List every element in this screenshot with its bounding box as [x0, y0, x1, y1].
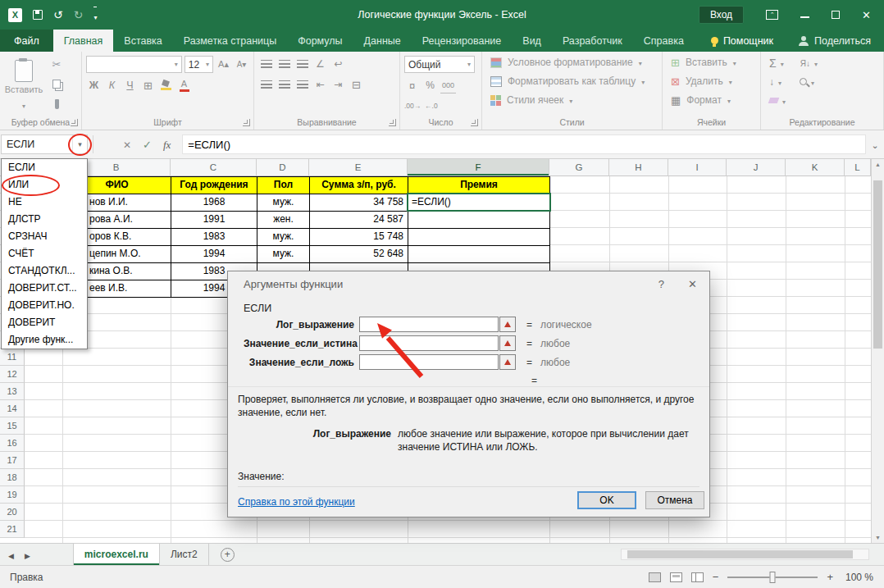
function-list-item[interactable]: ДОВЕРИТ.СТ... — [2, 280, 87, 297]
column-header[interactable]: J — [727, 159, 786, 176]
decrease-decimal-icon[interactable] — [423, 98, 439, 114]
row-header[interactable]: 13 — [0, 383, 25, 400]
currency-format-icon[interactable] — [404, 77, 420, 93]
scroll-down-icon[interactable] — [872, 535, 884, 540]
cell-year[interactable]: 1994 — [171, 246, 257, 263]
ribbon-tab[interactable]: Разработчик — [552, 30, 633, 52]
table-header-cell[interactable]: Год рождения — [171, 177, 257, 194]
function-list-item[interactable]: СРЗНАЧ — [2, 228, 87, 245]
page-layout-view-icon[interactable] — [670, 572, 682, 582]
borders-icon[interactable] — [144, 80, 153, 92]
row-header[interactable]: 16 — [0, 435, 25, 452]
ribbon-tab[interactable]: Главная — [53, 30, 114, 52]
delete-cells-button[interactable]: Удалить — [671, 73, 760, 89]
save-icon[interactable] — [33, 10, 43, 20]
format-cells-button[interactable]: Формат — [671, 92, 760, 108]
merge-center-icon[interactable] — [349, 76, 364, 93]
cell-bonus[interactable] — [408, 246, 550, 263]
decrease-font-size-icon[interactable] — [234, 57, 249, 73]
dialog-launcher-icon[interactable] — [243, 119, 250, 126]
normal-view-icon[interactable] — [649, 572, 661, 582]
fill-icon[interactable] — [769, 76, 774, 88]
orientation-icon[interactable] — [312, 56, 328, 72]
cell-salary[interactable]: 34 758 — [310, 194, 408, 212]
function-list-item[interactable]: ДОВЕРИТ — [2, 314, 87, 331]
dialog-title-bar[interactable]: Аргументы функции — [228, 271, 709, 296]
scroll-up-icon[interactable] — [872, 162, 884, 167]
horizontal-scrollbar-thumb[interactable] — [627, 550, 853, 558]
ribbon-tab[interactable]: Разметка страницы — [173, 30, 287, 52]
font-name-select[interactable] — [86, 56, 182, 73]
redo-icon[interactable] — [74, 7, 84, 22]
row-header[interactable]: 14 — [0, 400, 25, 417]
function-list-item[interactable]: ДОВЕРИТ.НО. — [2, 297, 87, 314]
cell-bonus[interactable]: =ЕСЛИ() — [408, 194, 550, 212]
maximize-icon[interactable] — [832, 11, 840, 19]
align-bottom-icon[interactable] — [297, 60, 308, 68]
row-header[interactable]: 18 — [0, 469, 25, 486]
close-icon[interactable] — [862, 7, 871, 22]
increase-decimal-icon[interactable] — [404, 98, 421, 114]
cell-sex[interactable]: муж. — [257, 229, 310, 246]
align-left-icon[interactable] — [261, 80, 272, 89]
cell-salary[interactable]: 52 648 — [310, 246, 408, 263]
assistant-button[interactable]: Помощник — [711, 30, 773, 52]
cell-sex[interactable]: муж. — [257, 194, 310, 212]
collapse-dialog-icon[interactable] — [499, 317, 516, 332]
row-header[interactable]: 12 — [0, 366, 25, 383]
cell-bonus[interactable] — [408, 229, 550, 246]
sheet-tab-active[interactable]: microexcel.ru — [73, 544, 160, 565]
format-as-table-button[interactable]: Форматировать как таблицу — [490, 73, 662, 89]
table-header-cell[interactable]: Сумма з/п, руб. — [310, 177, 408, 194]
decrease-indent-icon[interactable] — [312, 76, 328, 93]
underline-button[interactable]: Ч — [122, 77, 138, 93]
function-list-item[interactable]: Другие функ... — [2, 331, 87, 349]
clear-icon[interactable] — [768, 98, 780, 103]
ribbon-display-options-icon[interactable] — [766, 10, 778, 20]
column-header[interactable]: H — [609, 159, 668, 176]
function-list-item[interactable]: СЧЁТ — [2, 245, 87, 262]
row-header[interactable]: 17 — [0, 452, 25, 469]
cell-salary[interactable]: 24 587 — [310, 212, 408, 229]
customize-qat-icon[interactable] — [93, 7, 97, 23]
enter-icon[interactable] — [143, 137, 152, 152]
align-right-icon[interactable] — [297, 80, 308, 89]
dialog-launcher-icon[interactable] — [471, 119, 478, 126]
sort-filter-icon[interactable] — [800, 57, 810, 69]
previous-sheet-icon[interactable] — [8, 547, 14, 562]
column-header[interactable]: G — [549, 159, 609, 176]
ribbon-tab[interactable]: Справка — [633, 30, 695, 52]
dialog-launcher-icon[interactable] — [71, 119, 78, 126]
table-header-cell[interactable]: Пол — [257, 177, 310, 194]
format-painter-icon[interactable] — [55, 99, 59, 109]
sign-in-button[interactable]: Вход — [699, 6, 744, 24]
fill-color-icon[interactable] — [161, 80, 171, 90]
column-header[interactable]: L — [845, 159, 871, 176]
zoom-out-icon[interactable] — [713, 571, 719, 583]
number-format-select[interactable]: Общий — [404, 56, 475, 73]
share-button[interactable]: Поделиться — [799, 30, 884, 52]
cell-styles-button[interactable]: Стили ячеек — [490, 92, 662, 108]
column-header[interactable]: C — [171, 159, 257, 176]
cut-icon[interactable] — [52, 58, 62, 71]
new-sheet-icon[interactable] — [221, 548, 235, 562]
copy-icon[interactable] — [52, 80, 61, 89]
ribbon-tab[interactable]: Вставка — [113, 30, 172, 52]
row-header[interactable]: 15 — [0, 417, 25, 435]
cell-sex[interactable]: муж. — [257, 246, 310, 263]
table-header-cell[interactable]: Премия — [408, 177, 550, 194]
cell-sex[interactable]: жен. — [257, 212, 310, 229]
function-list-item[interactable]: НЕ — [2, 194, 87, 211]
function-list-item[interactable]: ЕСЛИ — [2, 159, 87, 176]
column-header[interactable]: F — [408, 159, 549, 176]
dialog-launcher-icon[interactable] — [389, 119, 396, 126]
argument-input[interactable] — [359, 335, 499, 351]
cancel-icon[interactable] — [123, 137, 131, 152]
column-header[interactable]: K — [786, 159, 845, 176]
help-link[interactable]: Справка по этой функции — [238, 496, 355, 508]
cell-salary[interactable]: 15 748 — [310, 229, 408, 246]
cell-year[interactable]: 1968 — [171, 194, 257, 212]
column-header[interactable]: D — [257, 159, 309, 176]
increase-font-size-icon[interactable] — [216, 57, 231, 73]
sheet-tab[interactable]: Лист2 — [160, 544, 209, 565]
